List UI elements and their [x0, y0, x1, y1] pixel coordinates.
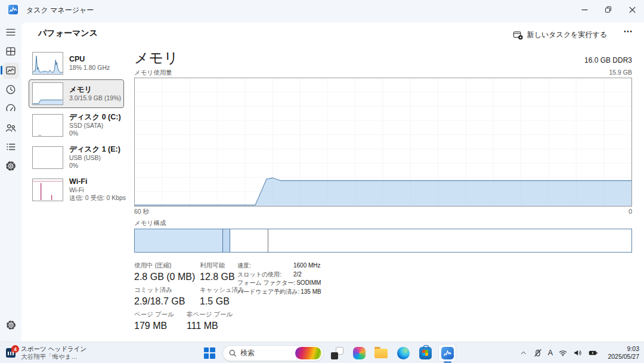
widgets-button[interactable]: 4 スポーツ ヘッドライン 大谷翔平「悔やま… [6, 344, 86, 361]
chevron-up-icon [519, 349, 528, 357]
edge-button[interactable] [394, 344, 412, 362]
detail-value: SODIMM [296, 279, 321, 286]
rail-item-services[interactable] [0, 156, 21, 176]
segment-free [268, 229, 631, 252]
task-manager-window: パフォーマンス 新しいタスクを実行する … CPU 18% 1.80 GHz [0, 19, 644, 342]
rail-item-performance[interactable] [0, 61, 21, 80]
rail-item-startup-apps[interactable] [0, 99, 21, 118]
search-input[interactable] [240, 349, 295, 357]
hamburger-menu-button[interactable] [0, 23, 21, 42]
copilot-button[interactable] [350, 344, 368, 362]
composition-label: メモリ構成 [134, 219, 632, 227]
rail-item-details[interactable] [0, 137, 21, 156]
resource-stat: USB (USB) [69, 154, 120, 162]
time-end-label: 0 [628, 208, 632, 216]
detail-value: 135 MB [301, 288, 321, 295]
restore-button[interactable] [596, 0, 620, 19]
microsoft-store-button[interactable] [416, 344, 434, 362]
disk1-mini-chart [32, 146, 63, 169]
resource-stat: Wi-Fi [69, 186, 126, 194]
ime-mode-indicator[interactable]: A [548, 349, 553, 357]
tray-battery[interactable] [588, 348, 599, 358]
detail-label: 速度: [237, 262, 292, 269]
rail-item-app-history[interactable] [0, 80, 21, 99]
detail-label: フォーム ファクター: [237, 279, 295, 286]
stat-value: 2.8 GB (0 MB) [134, 271, 194, 282]
users-icon [5, 122, 17, 134]
taskbar-search-box[interactable] [222, 345, 324, 361]
resource-stat: 18% 1.80 GHz [69, 64, 110, 72]
tray-mouse-disabled[interactable] [533, 348, 543, 358]
more-options-button[interactable]: … [623, 24, 633, 35]
memory-stats: 使用中 (圧縮) 2.8 GB (0 MB) 利用可能 12.8 GB コミット… [134, 262, 632, 331]
wifi-icon [558, 348, 568, 358]
hardware-details: 速度:1600 MHz スロットの使用:2/2 フォーム ファクター:SODIM… [237, 262, 321, 297]
start-button[interactable] [200, 344, 218, 362]
time-span-label: 60 秒 [134, 208, 149, 216]
memory-mini-chart [32, 82, 63, 105]
stat-label: コミット済み [134, 286, 194, 294]
stat-value: 111 MB [187, 320, 233, 331]
memory-panel: メモリ 16.0 GB DDR3 メモリ使用量 15.9 GB [134, 49, 632, 335]
stat-value: 12.8 GB [200, 271, 235, 282]
file-explorer-button[interactable] [372, 344, 390, 362]
resource-stat: 3.0/15.9 GB (19%) [69, 94, 121, 102]
microsoft-store-icon [419, 347, 432, 359]
task-view-icon [331, 347, 343, 359]
speaker-icon [573, 348, 583, 358]
new-task-icon [513, 30, 523, 40]
rail-item-processes[interactable] [0, 42, 21, 61]
memory-composition-bar[interactable] [134, 229, 632, 253]
segment-in-use [135, 229, 223, 252]
titlebar: タスク マネージャー [0, 0, 644, 19]
detail-value: 1600 MHz [293, 262, 321, 269]
settings-button[interactable] [0, 315, 21, 334]
taskbar: 4 スポーツ ヘッドライン 大谷翔平「悔やま… [0, 342, 644, 363]
taskbar-clock[interactable]: 9:03 2025/05/27 [608, 345, 639, 361]
resource-name: CPU [69, 55, 110, 64]
resource-name: ディスク 0 (C:) [69, 113, 121, 122]
list-item-cpu[interactable]: CPU 18% 1.80 GHz [29, 49, 124, 78]
startup-apps-icon [5, 103, 17, 115]
resource-stat: SSD (SATA) [69, 122, 121, 130]
copilot-icon [353, 347, 366, 359]
tray-time: 9:03 [608, 345, 639, 353]
stat-label: 利用可能 [200, 262, 235, 269]
task-manager-taskbar-button[interactable] [438, 344, 456, 362]
list-item-memory[interactable]: メモリ 3.0/15.9 GB (19%) [29, 79, 124, 108]
memory-usage-chart [134, 78, 632, 207]
hamburger-icon [5, 26, 17, 38]
widget-headline: スポーツ ヘッドライン [21, 344, 86, 353]
widget-subline: 大谷翔平「悔やま… [21, 353, 86, 361]
stat-value: 179 MB [134, 320, 181, 331]
tray-date: 2025/05/27 [608, 353, 639, 361]
run-new-task-label: 新しいタスクを実行する [527, 30, 607, 40]
scale-max-label: 15.9 GB [609, 69, 632, 76]
widgets-icon: 4 [6, 348, 16, 358]
run-new-task-button[interactable]: 新しいタスクを実行する [513, 27, 607, 42]
rail-item-users[interactable] [0, 118, 21, 137]
usage-label: メモリ使用量 [134, 69, 172, 76]
cpu-mini-chart [32, 52, 63, 75]
segment-standby [230, 229, 268, 252]
tray-overflow-chevron[interactable] [519, 349, 528, 357]
task-view-button[interactable] [328, 344, 346, 362]
content-panel: パフォーマンス 新しいタスクを実行する … CPU 18% 1.80 GHz [21, 23, 644, 342]
file-explorer-icon [374, 349, 388, 359]
page-title: パフォーマンス [38, 28, 98, 39]
stat-label: 使用中 (圧縮) [134, 262, 194, 269]
stat-label: 非ページ プール [187, 310, 233, 318]
notification-badge: 4 [11, 345, 19, 353]
details-icon [5, 141, 17, 153]
close-button[interactable] [620, 0, 644, 19]
tray-wifi[interactable] [558, 348, 568, 358]
resource-name: Wi-Fi [69, 177, 126, 186]
list-item-disk1[interactable]: ディスク 1 (E:) USB (USB) 0% [29, 142, 124, 173]
detail-label: スロットの使用: [237, 271, 292, 278]
list-item-wifi[interactable]: Wi-Fi Wi-Fi 送信: 0 受信: 0 Kbps [29, 174, 124, 205]
list-item-disk0[interactable]: ディスク 0 (C:) SSD (SATA) 0% [29, 110, 124, 140]
minimize-button[interactable] [572, 0, 596, 19]
tray-volume[interactable] [573, 348, 583, 358]
segment-modified [223, 229, 230, 252]
memory-capacity: 16.0 GB DDR3 [584, 56, 632, 67]
